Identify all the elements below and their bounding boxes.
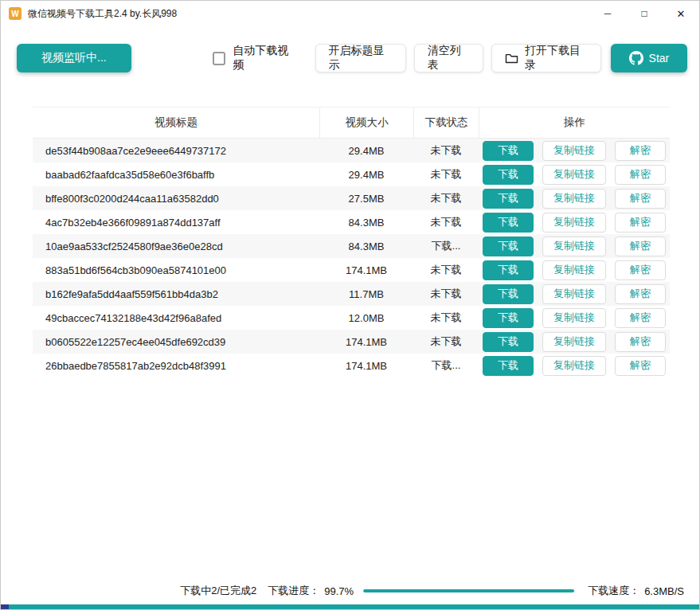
header-video-size: 视频大小	[319, 108, 413, 138]
copy-link-button[interactable]: 复制链接	[542, 356, 606, 376]
decrypt-button[interactable]: 解密	[615, 260, 666, 280]
table-body: de53f44b908aa7ce2e9eee6449737172 29.4MB …	[33, 139, 670, 377]
download-progress-bar	[363, 589, 575, 592]
download-button[interactable]: 下载	[483, 165, 534, 185]
download-status: 未下载	[413, 215, 479, 229]
titlebar: W 微信视频号下载工具2.4 by.长风998 ─ □ ✕	[1, 1, 699, 26]
folder-icon	[505, 53, 518, 65]
speed-label: 下载速度：	[588, 584, 639, 598]
row-actions: 下载 复制链接 解密	[479, 189, 670, 209]
download-button[interactable]: 下载	[483, 308, 534, 328]
download-button[interactable]: 下载	[483, 189, 534, 209]
download-status: 下载...	[413, 358, 479, 373]
table-row: 4ac7b32eb4e366f09891a874dd137aff 84.3MB …	[33, 210, 670, 234]
github-icon	[629, 51, 643, 65]
row-actions: 下载 复制链接 解密	[479, 213, 670, 233]
table-row: de53f44b908aa7ce2e9eee6449737172 29.4MB …	[33, 139, 670, 162]
row-actions: 下载 复制链接 解密	[479, 284, 670, 304]
star-label: Star	[649, 52, 670, 65]
copy-link-button[interactable]: 复制链接	[542, 189, 606, 209]
table-row: b162fe9afa5dd4aaf559f561bb4da3b2 11.7MB …	[33, 282, 670, 306]
open-download-dir-label: 打开下载目录	[525, 44, 588, 72]
copy-link-button[interactable]: 复制链接	[542, 308, 606, 328]
auto-download-checkbox[interactable]	[213, 52, 225, 65]
open-download-dir-button[interactable]: 打开下载目录	[491, 44, 601, 72]
copy-link-button[interactable]: 复制链接	[542, 237, 606, 256]
download-button[interactable]: 下载	[483, 237, 534, 256]
app-window: W 微信视频号下载工具2.4 by.长风998 ─ □ ✕ 视频监听中... 自…	[0, 0, 700, 610]
video-title: 883a51bd6f564cb3b090ea5874101e00	[33, 264, 319, 276]
video-size: 174.1MB	[319, 360, 413, 372]
speed-value: 6.3MB/S	[644, 585, 684, 597]
video-title: de53f44b908aa7ce2e9eee6449737172	[33, 145, 319, 157]
title-display-button[interactable]: 开启标题显示	[315, 44, 406, 72]
header-video-title: 视频标题	[33, 108, 319, 138]
table-header: 视频标题 视频大小 下载状态 操作	[33, 107, 670, 139]
auto-download-group: 自动下载视频	[213, 44, 296, 72]
header-download-status: 下载状态	[413, 108, 479, 138]
video-size: 12.0MB	[319, 312, 413, 324]
app-logo-icon: W	[9, 7, 22, 20]
decrypt-button[interactable]: 解密	[615, 141, 666, 161]
download-status: 未下载	[413, 311, 479, 325]
progress-value: 99.7%	[324, 585, 354, 597]
minimize-button[interactable]: ─	[589, 1, 626, 26]
video-size: 84.3MB	[319, 217, 413, 229]
table-row: bffe800f3c0200d244caa11a63582dd0 27.5MB …	[33, 186, 670, 210]
copy-link-button[interactable]: 复制链接	[542, 332, 606, 352]
row-actions: 下载 复制链接 解密	[479, 237, 670, 256]
table-row: 49cbaccec74132188e43d42f96a8afed 12.0MB …	[33, 306, 670, 330]
decrypt-button[interactable]: 解密	[615, 356, 666, 376]
video-title: b162fe9afa5dd4aaf559f561bb4da3b2	[33, 288, 319, 300]
video-title: bffe800f3c0200d244caa11a63582dd0	[33, 193, 319, 205]
download-status: 下载...	[413, 239, 479, 253]
copy-link-button[interactable]: 复制链接	[542, 141, 606, 161]
close-icon: ✕	[677, 8, 686, 20]
download-button[interactable]: 下载	[483, 213, 534, 233]
download-status: 未下载	[413, 334, 479, 349]
download-counts: 下载中2/已完成2	[180, 584, 256, 598]
video-title: 49cbaccec74132188e43d42f96a8afed	[33, 312, 319, 324]
table-row: 26bbaedbe7855817ab2e92dcb48f3991 174.1MB…	[33, 354, 670, 377]
download-button[interactable]: 下载	[483, 332, 534, 352]
download-status: 未下载	[413, 167, 479, 182]
copy-link-button[interactable]: 复制链接	[542, 260, 606, 280]
video-size: 29.4MB	[319, 169, 413, 181]
star-button[interactable]: Star	[611, 44, 687, 72]
video-size: 174.1MB	[319, 264, 413, 276]
download-button[interactable]: 下载	[483, 284, 534, 304]
decrypt-button[interactable]: 解密	[615, 165, 666, 185]
decrypt-button[interactable]: 解密	[615, 213, 666, 233]
copy-link-button[interactable]: 复制链接	[542, 284, 606, 304]
maximize-button[interactable]: □	[626, 1, 663, 26]
row-actions: 下载 复制链接 解密	[479, 332, 670, 352]
decrypt-button[interactable]: 解密	[615, 284, 666, 304]
close-button[interactable]: ✕	[663, 1, 699, 26]
download-status: 未下载	[413, 191, 479, 205]
copy-link-button[interactable]: 复制链接	[542, 213, 606, 233]
download-button[interactable]: 下载	[483, 141, 534, 161]
copy-link-button[interactable]: 复制链接	[542, 165, 606, 185]
row-actions: 下载 复制链接 解密	[479, 308, 670, 328]
clear-list-button[interactable]: 清空列表	[414, 44, 483, 72]
monitor-button[interactable]: 视频监听中...	[17, 44, 131, 72]
video-table: 视频标题 视频大小 下载状态 操作 de53f44b908aa7ce2e9eee…	[33, 107, 670, 377]
row-actions: 下载 复制链接 解密	[479, 260, 670, 280]
decrypt-button[interactable]: 解密	[615, 237, 666, 256]
progress-fill	[363, 589, 574, 592]
toolbar: 视频监听中... 自动下载视频 开启标题显示 清空列表 打开下载目录 Star	[1, 26, 699, 72]
bottom-progress-strip	[1, 604, 699, 609]
progress-label: 下载进度：	[268, 584, 319, 598]
decrypt-button[interactable]: 解密	[615, 308, 666, 328]
download-status: 未下载	[413, 143, 479, 158]
table-row: 883a51bd6f564cb3b090ea5874101e00 174.1MB…	[33, 258, 670, 282]
row-actions: 下载 复制链接 解密	[479, 356, 670, 376]
table-row: baabad62faafdca35d58e60e3f6baffb 29.4MB …	[33, 162, 670, 186]
download-status: 未下载	[413, 287, 479, 301]
download-button[interactable]: 下载	[483, 260, 534, 280]
decrypt-button[interactable]: 解密	[615, 189, 666, 209]
video-title: 10ae9aa533cf2524580f9ae36e0e28cd	[33, 240, 319, 252]
video-size: 27.5MB	[319, 193, 413, 205]
download-button[interactable]: 下载	[483, 356, 534, 376]
decrypt-button[interactable]: 解密	[615, 332, 666, 352]
